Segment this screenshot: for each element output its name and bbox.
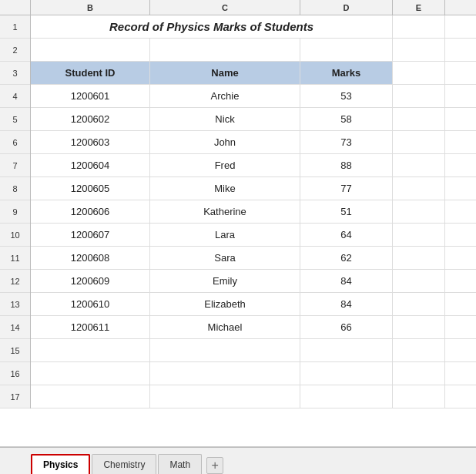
r17-d	[300, 385, 393, 408]
r7-e	[393, 154, 445, 176]
student-marks: 77	[300, 177, 393, 200]
student-marks: 64	[300, 224, 393, 246]
row-3: 3	[0, 62, 30, 85]
student-marks: 84	[300, 293, 393, 315]
r15-e	[393, 339, 445, 361]
row-7: 7	[0, 154, 30, 177]
tab-math[interactable]: Math	[158, 454, 202, 474]
r9-e	[393, 200, 445, 223]
spreadsheet: B C D E 1 2 3 4 5 6 7 8 9 10 11 12 13 14…	[0, 0, 476, 447]
empty-row-17	[31, 385, 476, 408]
name-header: Name	[150, 62, 300, 84]
empty-row-2	[31, 39, 476, 62]
r6-e	[393, 131, 445, 153]
student-id: 1200611	[31, 316, 150, 338]
tab-chemistry[interactable]: Chemistry	[92, 454, 156, 474]
r2-e	[393, 39, 445, 61]
row-8: 8	[0, 177, 30, 200]
row-1: 1	[0, 15, 30, 39]
student-marks: 84	[300, 270, 393, 292]
row-12: 12	[0, 270, 30, 293]
tab-bar: Physics Chemistry Math +	[0, 447, 476, 474]
marks-header: Marks	[300, 62, 393, 84]
student-id: 1200604	[31, 154, 150, 176]
row-4: 4	[0, 85, 30, 108]
r14-e	[393, 316, 445, 338]
student-id: 1200608	[31, 247, 150, 269]
col-header-d: D	[300, 0, 393, 15]
row-13: 13	[0, 293, 30, 316]
student-id: 1200605	[31, 177, 150, 200]
r15-d	[300, 339, 393, 361]
row1-e	[393, 15, 445, 38]
row-5: 5	[0, 108, 30, 131]
student-marks: 53	[300, 85, 393, 107]
table-row: 1200604 Fred 88	[31, 154, 476, 177]
table-row: 1200606 Katherine 51	[31, 200, 476, 224]
add-tab-icon: +	[211, 459, 218, 472]
student-marks: 73	[300, 131, 393, 153]
col-header-c: C	[150, 0, 300, 15]
student-name: Archie	[150, 85, 300, 107]
title-cell: Record of Physics Marks of Students	[31, 15, 393, 38]
row-9: 9	[0, 200, 30, 224]
r2-b	[31, 39, 150, 61]
col-header-e: E	[393, 0, 445, 15]
r2-d	[300, 39, 393, 61]
grid-area: 1 2 3 4 5 6 7 8 9 10 11 12 13 14 15 16 1…	[0, 15, 476, 408]
student-marks: 66	[300, 316, 393, 338]
r15-b	[31, 339, 150, 361]
student-id: 1200602	[31, 108, 150, 130]
r13-e	[393, 293, 445, 315]
row-2: 2	[0, 39, 30, 62]
r3-e	[393, 62, 445, 84]
column-headers: B C D E	[0, 0, 476, 15]
row-17: 17	[0, 385, 30, 408]
r17-e	[393, 385, 445, 408]
r8-e	[393, 177, 445, 200]
add-tab-button[interactable]: +	[206, 457, 223, 474]
table-row: 1200611 Michael 66	[31, 316, 476, 339]
table-row: 1200607 Lara 64	[31, 224, 476, 247]
r5-e	[393, 108, 445, 130]
tab-physics[interactable]: Physics	[31, 454, 90, 474]
tab-math-label: Math	[169, 459, 190, 470]
student-marks: 58	[300, 108, 393, 130]
r16-c	[150, 362, 300, 385]
student-marks: 62	[300, 247, 393, 269]
student-id: 1200609	[31, 270, 150, 292]
student-name: Mike	[150, 177, 300, 200]
r4-e	[393, 85, 445, 107]
tab-chemistry-label: Chemistry	[103, 459, 145, 470]
r12-e	[393, 270, 445, 292]
r16-b	[31, 362, 150, 385]
r10-e	[393, 224, 445, 246]
student-name: Fred	[150, 154, 300, 176]
table-row: 1200603 John 73	[31, 131, 476, 154]
r2-c	[150, 39, 300, 61]
table-row: 1200602 Nick 58	[31, 108, 476, 131]
student-id: 1200603	[31, 131, 150, 153]
student-name: Sara	[150, 247, 300, 269]
spreadsheet-title: Record of Physics Marks of Students	[109, 20, 313, 33]
r15-c	[150, 339, 300, 361]
r16-d	[300, 362, 393, 385]
row-16: 16	[0, 362, 30, 385]
grid-content: Record of Physics Marks of Students Stud…	[31, 15, 476, 408]
corner-cell	[0, 0, 31, 15]
row-6: 6	[0, 131, 30, 154]
student-name: Elizabeth	[150, 293, 300, 315]
student-id: 1200607	[31, 224, 150, 246]
empty-row-16	[31, 362, 476, 385]
student-id: 1200606	[31, 200, 150, 223]
row-11: 11	[0, 247, 30, 270]
header-row-data: Student ID Name Marks	[31, 62, 476, 85]
r17-c	[150, 385, 300, 408]
row-headers: 1 2 3 4 5 6 7 8 9 10 11 12 13 14 15 16 1…	[0, 15, 31, 408]
student-name: Lara	[150, 224, 300, 246]
table-row: 1200608 Sara 62	[31, 247, 476, 270]
student-id: 1200601	[31, 85, 150, 107]
student-marks: 51	[300, 200, 393, 223]
title-row: Record of Physics Marks of Students	[31, 15, 476, 39]
student-name: Nick	[150, 108, 300, 130]
